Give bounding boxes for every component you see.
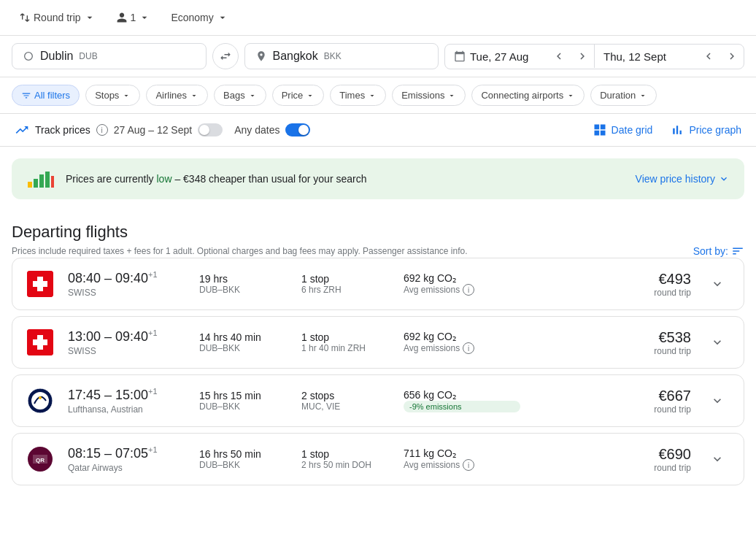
emissions-info-icon[interactable]: i (463, 284, 474, 296)
flight-price: €538 round trip (654, 329, 691, 356)
times-filter[interactable]: Times (330, 85, 386, 106)
bags-filter[interactable]: Bags (214, 85, 266, 106)
flight-times: 08:40 – 09:40+1 SWISS (68, 270, 185, 298)
bag-fees-link[interactable]: bag fees (282, 246, 316, 256)
trip-type-label: Round trip (34, 12, 81, 23)
co2-value: 711 kg CO₂ (404, 447, 520, 459)
return-prev-button[interactable] (697, 45, 720, 68)
stops-filter[interactable]: Stops (85, 85, 140, 106)
flight-card[interactable]: 17:45 – 15:00+1 Lufthansa, Austrian 15 h… (12, 374, 744, 427)
depart-date-field[interactable]: Tue, 27 Aug (445, 45, 547, 69)
emissions-filter[interactable]: Emissions (392, 85, 466, 106)
connecting-airports-filter[interactable]: Connecting airports (471, 85, 585, 106)
flight-stops: 1 stop 1 hr 40 min ZRH (301, 331, 389, 353)
origin-city: Dublin (40, 50, 73, 63)
expand-flight-button[interactable] (706, 389, 729, 412)
duration-value: 19 hrs (199, 273, 287, 285)
expand-flight-button[interactable] (706, 331, 729, 354)
chevron-down-icon (710, 452, 725, 466)
view-price-history-button[interactable]: View price history (636, 173, 730, 185)
flight-card[interactable]: 13:00 – 09:40+1 SWISS 14 hrs 40 min DUB–… (12, 316, 744, 369)
filters-bar: All filters Stops Airlines Bags Price Ti… (0, 77, 756, 114)
flights-notes-row: Prices include required taxes + fees for… (12, 245, 744, 258)
trending-up-icon (15, 123, 29, 137)
chevron-down-icon (217, 12, 228, 23)
duration-filter[interactable]: Duration (590, 85, 657, 106)
flight-times: 08:15 – 07:05+1 Qatar Airways (68, 445, 185, 473)
stop-detail: MUC, VIE (301, 401, 389, 412)
svg-rect-3 (39, 174, 44, 188)
chevron-down-icon (368, 91, 377, 100)
price-type: round trip (654, 463, 691, 473)
view-history-label: View price history (636, 173, 715, 185)
chevron-down-icon (447, 91, 456, 100)
flight-time-range: 08:15 – 07:05+1 (68, 445, 185, 461)
all-filters-button[interactable]: All filters (12, 85, 80, 106)
track-prices-toggle[interactable] (198, 123, 223, 136)
all-filters-label: All filters (34, 90, 70, 101)
svg-point-0 (25, 53, 33, 61)
depart-date: Tue, 27 Aug (470, 50, 528, 63)
expand-flight-button[interactable] (706, 272, 729, 296)
price-graph-button[interactable]: Price graph (670, 123, 741, 137)
airlines-label: Airlines (155, 90, 187, 101)
sort-by-button[interactable]: Sort by: (693, 245, 744, 258)
destination-field[interactable]: Bangkok BKK (244, 43, 439, 69)
emissions-info-icon[interactable]: i (463, 459, 474, 471)
svg-rect-2 (34, 179, 38, 188)
chevron-down-icon (306, 91, 315, 100)
chevron-down-icon (710, 393, 725, 408)
svg-point-14 (39, 396, 42, 399)
flight-emissions: 692 kg CO₂ Avg emissions i (404, 272, 520, 296)
passengers-selector[interactable]: 1 (109, 7, 158, 28)
avg-emissions-label: Avg emissions i (404, 342, 520, 354)
return-date-field[interactable]: Thu, 12 Sept (595, 45, 697, 69)
stops-value: 2 stops (301, 390, 389, 401)
flight-row: 13:00 – 09:40+1 SWISS 14 hrs 40 min DUB–… (12, 317, 744, 368)
track-prices-bar: Track prices i 27 Aug – 12 Sept Any date… (0, 114, 756, 147)
airlines-filter[interactable]: Airlines (146, 85, 208, 106)
origin-field[interactable]: Dublin DUB (12, 43, 207, 69)
flight-airline: SWISS (68, 288, 185, 298)
flights-list: 08:40 – 09:40+1 SWISS 19 hrs DUB–BKK 1 s… (12, 258, 744, 485)
emissions-label: Emissions (401, 90, 444, 101)
stop-detail: 1 hr 40 min ZRH (301, 343, 389, 353)
view-options-section: Date grid Price graph (593, 123, 741, 137)
location-icon (255, 50, 267, 62)
any-dates-toggle[interactable] (285, 123, 310, 136)
price-graph-label: Price graph (689, 124, 741, 136)
track-prices-label: Track prices (35, 124, 90, 136)
cabin-label: Economy (171, 12, 213, 23)
flight-row: 17:45 – 15:00+1 Lufthansa, Austrian 15 h… (12, 375, 744, 426)
price-text-before: Prices are currently (66, 173, 156, 185)
return-next-button[interactable] (720, 45, 744, 68)
flight-card[interactable]: QR 08:15 – 07:05+1 Qatar Airways 16 hrs … (12, 433, 744, 485)
stops-value: 1 stop (301, 273, 389, 285)
cabin-selector[interactable]: Economy (163, 7, 235, 28)
flight-times: 13:00 – 09:40+1 SWISS (68, 328, 185, 356)
flight-emissions: 692 kg CO₂ Avg emissions i (404, 331, 520, 354)
flight-price: €667 round trip (654, 388, 691, 415)
flight-price: €493 round trip (654, 271, 691, 298)
chevron-down-icon (566, 91, 575, 100)
depart-prev-button[interactable] (547, 45, 571, 68)
round-trip-selector[interactable]: Round trip (12, 7, 103, 28)
passenger-assistance-link[interactable]: Passenger assistance (363, 246, 448, 256)
svg-rect-11 (33, 339, 47, 345)
track-info-icon[interactable]: i (96, 124, 108, 136)
price-filter[interactable]: Price (272, 85, 325, 106)
swiss-logo (27, 271, 53, 297)
flight-card[interactable]: 08:40 – 09:40+1 SWISS 19 hrs DUB–BKK 1 s… (12, 258, 744, 310)
dest-city: Bangkok (273, 50, 318, 63)
emissions-info-icon[interactable]: i (463, 342, 474, 354)
expand-flight-button[interactable] (706, 447, 729, 471)
route-value: DUB–BKK (199, 285, 287, 295)
price-value: €538 (654, 329, 691, 346)
depart-next-button[interactable] (571, 45, 594, 68)
price-value: €667 (654, 388, 691, 404)
date-grid-button[interactable]: Date grid (593, 123, 653, 137)
swap-airports-button[interactable] (212, 43, 239, 69)
svg-rect-8 (33, 281, 47, 287)
date-selector[interactable]: Tue, 27 Aug Thu, 12 Sept (444, 44, 744, 69)
avg-emissions-label: Avg emissions i (404, 284, 520, 296)
